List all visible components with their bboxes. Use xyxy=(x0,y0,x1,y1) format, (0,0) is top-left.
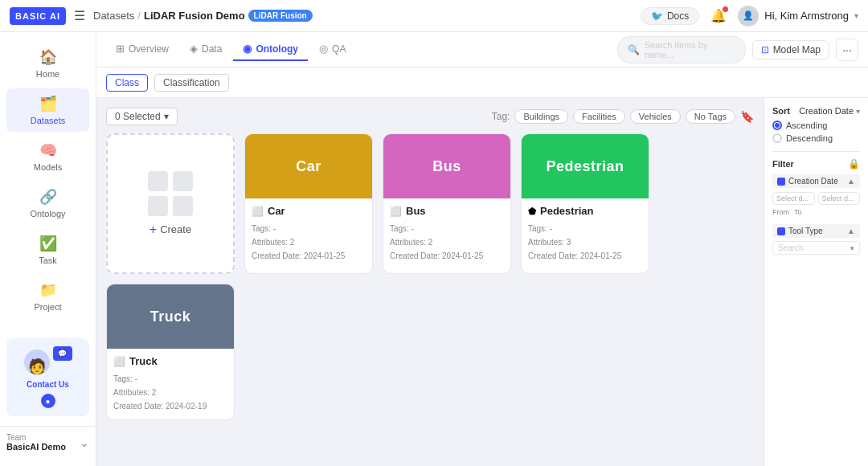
pedestrian-title: Pedestrian xyxy=(540,205,593,217)
pedestrian-title-row: ⬟ Pedestrian xyxy=(528,205,642,217)
sidebar-bottom: 🧑 💬 Contact Us ● xyxy=(0,332,96,423)
truck-title: Truck xyxy=(129,355,158,367)
sidebar-item-datasets[interactable]: 🗂️ Datasets xyxy=(6,88,89,132)
avatar: 👤 xyxy=(738,6,759,27)
sidebar-item-project[interactable]: 📁 Project xyxy=(6,275,89,318)
pedestrian-card-body: ⬟ Pedestrian Tags: - Attributes: 3 Creat… xyxy=(522,198,649,269)
class-filter-button[interactable]: Class xyxy=(106,74,148,92)
create-grid-cell xyxy=(148,196,168,216)
sidebar-item-ontology[interactable]: 🔗 Ontology xyxy=(6,182,89,225)
tool-type-header[interactable]: Tool Type ▲ xyxy=(772,224,860,238)
sort-row: Sort Creation Date ▾ xyxy=(772,106,860,116)
creation-date-check xyxy=(777,178,785,186)
lidar-badge: LiDAR Fusion xyxy=(248,10,313,22)
card-car[interactable]: Car ⬜ Car Tags: - Attributes: 2 Created … xyxy=(244,133,373,274)
tag-chip-notags[interactable]: No Tags xyxy=(686,109,735,124)
contact-illustration: 🧑 💬 xyxy=(24,346,72,375)
tool-type-check xyxy=(777,227,785,235)
pedestrian-date: Created Date: 2024-01-25 xyxy=(528,249,642,263)
sidebar-item-task[interactable]: ✅ Task xyxy=(6,228,89,272)
model-map-icon: ⊡ xyxy=(761,44,769,55)
tab-overview[interactable]: ⊞ Overview xyxy=(106,38,178,61)
team-name: BasicAI Demo xyxy=(6,442,66,452)
date-range-row: From To xyxy=(772,208,860,216)
tool-type-search[interactable]: Search ▾ xyxy=(772,241,860,255)
create-card[interactable]: + Create xyxy=(106,133,235,274)
cards-grid: + Create Car ⬜ Car Ta xyxy=(106,133,754,420)
docs-button[interactable]: 🐦 Docs xyxy=(641,7,699,25)
search-box[interactable]: 🔍 Search items by name... xyxy=(617,36,746,63)
user-menu[interactable]: 👤 Hi, Kim Armstrong ▾ xyxy=(738,6,858,27)
create-label: + Create xyxy=(149,223,191,237)
date-from-input[interactable]: Select d... xyxy=(772,192,815,205)
sidebar-label-task: Task xyxy=(39,255,57,265)
sidebar-item-models[interactable]: 🧠 Models xyxy=(6,135,89,178)
notification-dot xyxy=(723,6,728,12)
sort-value-row[interactable]: Creation Date ▾ xyxy=(799,106,860,116)
tag-chip-facilities[interactable]: Facilities xyxy=(573,109,625,124)
datasets-icon: 🗂️ xyxy=(39,95,57,112)
ascending-radio[interactable]: Ascending xyxy=(772,121,860,130)
bus-tags: Tags: - xyxy=(390,222,504,235)
top-nav-right: 🐦 Docs 🔔 👤 Hi, Kim Armstrong ▾ xyxy=(641,6,858,27)
bus-title-row: ⬜ Bus xyxy=(390,205,504,217)
card-truck[interactable]: Truck ⬜ Truck Tags: - Attributes: 2 Crea… xyxy=(106,284,235,420)
bus-card-body: ⬜ Bus Tags: - Attributes: 2 Created Date… xyxy=(383,198,510,269)
top-nav: BASIC AI ☰ Datasets / LiDAR Fusion Demo … xyxy=(0,0,868,32)
user-greeting: Hi, Kim Armstrong xyxy=(764,10,849,22)
creation-date-label: Creation Date xyxy=(777,177,838,186)
model-map-button[interactable]: ⊡ Model Map xyxy=(752,40,829,59)
home-icon: 🏠 xyxy=(39,48,57,66)
tag-chip-vehicles[interactable]: Vehicles xyxy=(630,109,681,124)
classification-filter-button[interactable]: Classification xyxy=(154,74,229,92)
truck-color-area: Truck xyxy=(107,284,234,349)
bus-attributes: Attributes: 2 xyxy=(390,235,504,249)
date-to-input[interactable]: Select d... xyxy=(818,192,861,205)
team-section[interactable]: Team BasicAI Demo ⌄ xyxy=(0,426,96,458)
descending-radio[interactable]: Descending xyxy=(772,133,860,143)
car-card-body: ⬜ Car Tags: - Attributes: 2 Created Date… xyxy=(245,198,372,269)
sort-value: Creation Date xyxy=(799,106,854,116)
card-pedestrian[interactable]: Pedestrian ⬟ Pedestrian Tags: - Attribut… xyxy=(521,133,649,274)
logo-text: BASIC AI xyxy=(15,11,60,21)
tool-type-collapse-icon: ▲ xyxy=(847,227,855,235)
sort-radio-group: Ascending Descending xyxy=(772,121,860,143)
filter-label: Filter xyxy=(772,159,794,169)
tool-type-label: Tool Type xyxy=(777,227,823,235)
ascending-radio-dot xyxy=(772,121,782,130)
sidebar-label-datasets: Datasets xyxy=(31,116,65,125)
notification-bell[interactable]: 🔔 xyxy=(710,8,727,23)
breadcrumb-datasets[interactable]: Datasets xyxy=(93,10,134,22)
create-grid xyxy=(148,171,193,216)
hamburger-icon[interactable]: ☰ xyxy=(74,8,85,23)
tab-data[interactable]: ◈ Data xyxy=(180,38,231,61)
bookmark-icon[interactable]: 🔖 xyxy=(740,110,754,123)
sidebar-label-ontology: Ontology xyxy=(30,209,65,219)
overview-tab-icon: ⊞ xyxy=(116,43,125,55)
contact-card[interactable]: 🧑 💬 Contact Us ● xyxy=(6,338,89,416)
main-content: 0 Selected ▾ Tag: Buildings Facilities V… xyxy=(96,98,868,466)
main-layout: 🏠 Home 🗂️ Datasets 🧠 Models 🔗 Ontology ✅… xyxy=(0,32,868,466)
task-icon: ✅ xyxy=(39,235,57,252)
bus-date: Created Date: 2024-01-25 xyxy=(390,249,504,263)
sidebar-item-home[interactable]: 🏠 Home xyxy=(6,42,89,85)
creation-date-header[interactable]: Creation Date ▲ xyxy=(772,174,860,188)
truck-date: Created Date: 2024-02-19 xyxy=(113,399,227,413)
team-info: Team BasicAI Demo xyxy=(6,433,66,452)
sort-chevron-icon: ▾ xyxy=(856,107,860,116)
car-type-icon: ⬜ xyxy=(252,206,264,217)
card-bus[interactable]: Bus ⬜ Bus Tags: - Attributes: 2 Created … xyxy=(383,133,511,274)
selected-badge[interactable]: 0 Selected ▾ xyxy=(106,108,178,125)
contact-speech-bubble: 💬 xyxy=(53,346,72,361)
logo[interactable]: BASIC AI xyxy=(10,7,66,25)
tab-qa-label: QA xyxy=(332,43,346,55)
tab-ontology[interactable]: ◉ Ontology xyxy=(233,38,308,61)
truck-type-icon: ⬜ xyxy=(113,356,125,367)
ontology-tab-icon: ◉ xyxy=(243,43,252,55)
tag-chip-buildings[interactable]: Buildings xyxy=(514,109,568,124)
tab-qa[interactable]: ◎ QA xyxy=(309,38,355,61)
car-attributes: Attributes: 2 xyxy=(252,235,366,249)
more-options-button[interactable]: ··· xyxy=(836,39,858,61)
tab-data-label: Data xyxy=(202,43,222,55)
team-label: Team xyxy=(6,433,66,442)
